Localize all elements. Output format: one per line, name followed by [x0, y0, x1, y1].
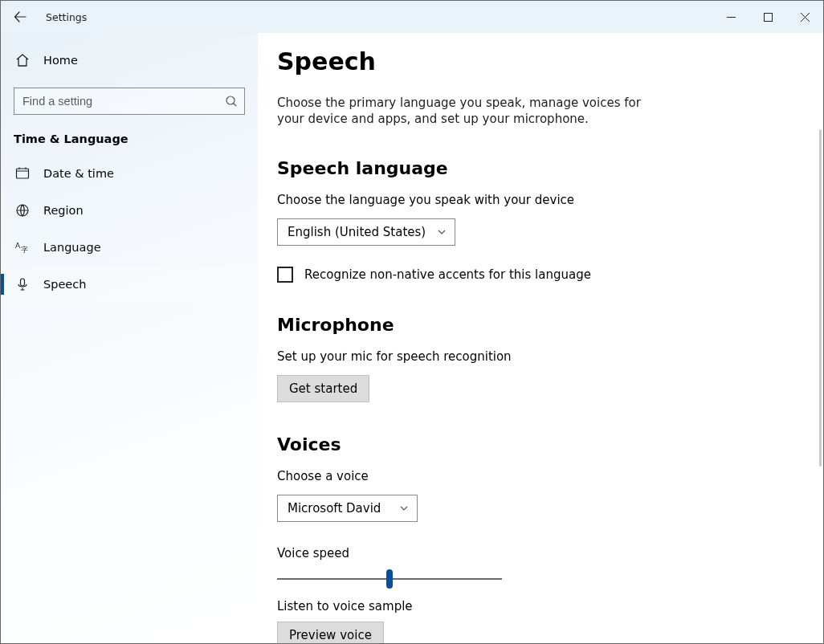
- voices-heading: Voices: [277, 434, 823, 454]
- microphone-heading: Microphone: [277, 315, 823, 335]
- home-icon: [14, 53, 31, 67]
- voice-selected: Microsoft David: [288, 501, 381, 516]
- search-box[interactable]: [14, 88, 245, 115]
- section-microphone: Microphone Set up your mic for speech re…: [277, 315, 823, 402]
- microphone-sub: Set up your mic for speech recognition: [277, 349, 823, 364]
- minimize-icon: [727, 13, 736, 22]
- svg-text:字: 字: [21, 246, 28, 254]
- microphone-icon: [14, 277, 31, 291]
- nav-item-date-time[interactable]: Date & time: [1, 155, 258, 192]
- nav-item-language[interactable]: A字 Language: [1, 229, 258, 266]
- svg-rect-6: [21, 279, 25, 286]
- voice-dropdown[interactable]: Microsoft David: [277, 495, 418, 522]
- nav-label: Speech: [43, 278, 86, 291]
- search-input[interactable]: [14, 88, 244, 114]
- arrow-left-icon: [14, 10, 27, 23]
- close-icon: [801, 13, 810, 22]
- search-icon: [225, 95, 238, 108]
- speech-language-dropdown[interactable]: English (United States): [277, 218, 455, 246]
- calendar-clock-icon: [14, 166, 31, 181]
- nav-label: Language: [43, 241, 101, 254]
- choose-voice-label: Choose a voice: [277, 469, 823, 483]
- svg-rect-2: [17, 169, 29, 178]
- nav-item-speech[interactable]: Speech: [1, 266, 258, 303]
- preview-voice-label: Preview voice: [289, 628, 372, 642]
- content-pane: Speech Choose the primary language you s…: [258, 33, 823, 643]
- home-nav[interactable]: Home: [1, 44, 258, 76]
- home-label: Home: [43, 54, 78, 67]
- get-started-label: Get started: [289, 381, 357, 396]
- scrollbar[interactable]: [819, 129, 822, 467]
- non-native-accents-checkbox[interactable]: [277, 267, 293, 283]
- chevron-down-icon: [399, 503, 409, 513]
- speech-language-heading: Speech language: [277, 158, 823, 178]
- nav-label: Region: [43, 204, 84, 217]
- section-speech-language: Speech language Choose the language you …: [277, 158, 823, 283]
- voice-speed-slider[interactable]: [277, 572, 502, 586]
- sidebar: Home Time & Language Date & time Region: [1, 33, 258, 643]
- nav-label: Date & time: [43, 167, 114, 180]
- section-voices: Voices Choose a voice Microsoft David Vo…: [277, 434, 823, 644]
- back-button[interactable]: [1, 1, 39, 33]
- nav-item-region[interactable]: Region: [1, 192, 258, 229]
- language-icon: A字: [14, 240, 31, 255]
- category-header: Time & Language: [1, 115, 258, 155]
- get-started-button[interactable]: Get started: [277, 375, 369, 402]
- speech-language-sub: Choose the language you speak with your …: [277, 193, 823, 207]
- slider-thumb[interactable]: [386, 569, 393, 589]
- chevron-down-icon: [437, 227, 447, 237]
- window-title: Settings: [39, 11, 87, 23]
- voice-sample-label: Listen to voice sample: [277, 599, 823, 613]
- svg-text:A: A: [15, 242, 21, 250]
- minimize-button[interactable]: [712, 1, 749, 33]
- maximize-button[interactable]: [749, 1, 786, 33]
- preview-voice-button[interactable]: Preview voice: [277, 622, 384, 644]
- svg-rect-0: [764, 13, 772, 21]
- maximize-icon: [764, 13, 773, 22]
- page-title: Speech: [277, 47, 823, 75]
- globe-icon: [14, 203, 31, 218]
- page-intro: Choose the primary language you speak, m…: [277, 95, 647, 128]
- speech-language-selected: English (United States): [288, 225, 426, 239]
- voice-speed-label: Voice speed: [277, 546, 823, 560]
- non-native-accents-label: Recognize non-native accents for this la…: [304, 267, 591, 282]
- close-button[interactable]: [786, 1, 823, 33]
